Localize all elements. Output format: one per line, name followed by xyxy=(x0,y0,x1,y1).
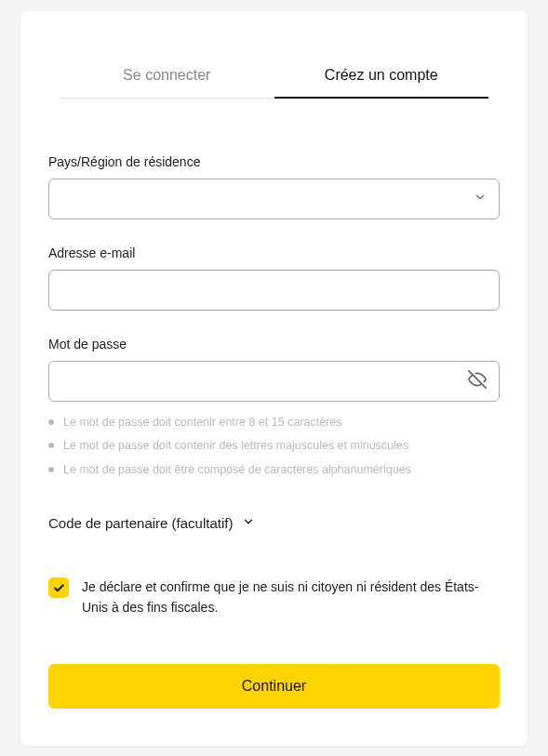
tab-login[interactable]: Se connecter xyxy=(60,67,274,99)
auth-tabs: Se connecter Créez un compte xyxy=(60,67,488,99)
email-label: Adresse e-mail xyxy=(48,245,500,260)
bullet-icon xyxy=(48,419,54,425)
partner-code-label: Code de partenaire (facultatif) xyxy=(48,515,233,531)
continue-button-label: Continuer xyxy=(242,678,306,694)
email-group: Adresse e-mail xyxy=(48,245,500,311)
declaration-checkbox[interactable] xyxy=(48,577,69,598)
country-select[interactable] xyxy=(48,179,500,219)
partner-code-toggle[interactable]: Code de partenaire (facultatif) xyxy=(48,515,500,531)
continue-button[interactable]: Continuer xyxy=(48,664,500,709)
email-field[interactable] xyxy=(48,270,500,311)
country-label: Pays/Région de résidence xyxy=(48,154,500,169)
password-hint: Le mot de passe doit contenir des lettre… xyxy=(48,438,500,455)
email-input-wrap xyxy=(48,270,500,311)
declaration-label: Je déclare et confirme que je ne suis ni… xyxy=(82,577,500,617)
signup-card: Se connecter Créez un compte Pays/Région… xyxy=(20,11,528,746)
hint-text: Le mot de passe doit être composé de car… xyxy=(63,462,411,479)
password-field[interactable] xyxy=(48,361,500,402)
check-icon xyxy=(53,582,65,594)
eye-off-icon[interactable] xyxy=(468,370,487,392)
password-hints: Le mot de passe doit contenir entre 8 et… xyxy=(48,415,500,479)
country-select-wrap xyxy=(48,179,500,219)
tab-login-label: Se connecter xyxy=(123,67,210,83)
bullet-icon xyxy=(48,443,54,448)
hint-text: Le mot de passe doit contenir entre 8 et… xyxy=(63,415,341,431)
declaration-row: Je déclare et confirme que je ne suis ni… xyxy=(48,577,500,617)
country-group: Pays/Région de résidence xyxy=(48,154,500,219)
password-hint: Le mot de passe doit être composé de car… xyxy=(48,462,500,479)
password-label: Mot de passe xyxy=(48,337,500,351)
chevron-down-icon xyxy=(242,515,255,531)
password-input-wrap xyxy=(48,361,500,402)
bullet-icon xyxy=(48,467,54,472)
password-group: Mot de passe Le mot de passe doit conten… xyxy=(48,337,500,479)
tab-signup[interactable]: Créez un compte xyxy=(274,67,489,99)
password-hint: Le mot de passe doit contenir entre 8 et… xyxy=(48,415,500,431)
hint-text: Le mot de passe doit contenir des lettre… xyxy=(63,438,408,455)
tab-signup-label: Créez un compte xyxy=(325,67,438,83)
